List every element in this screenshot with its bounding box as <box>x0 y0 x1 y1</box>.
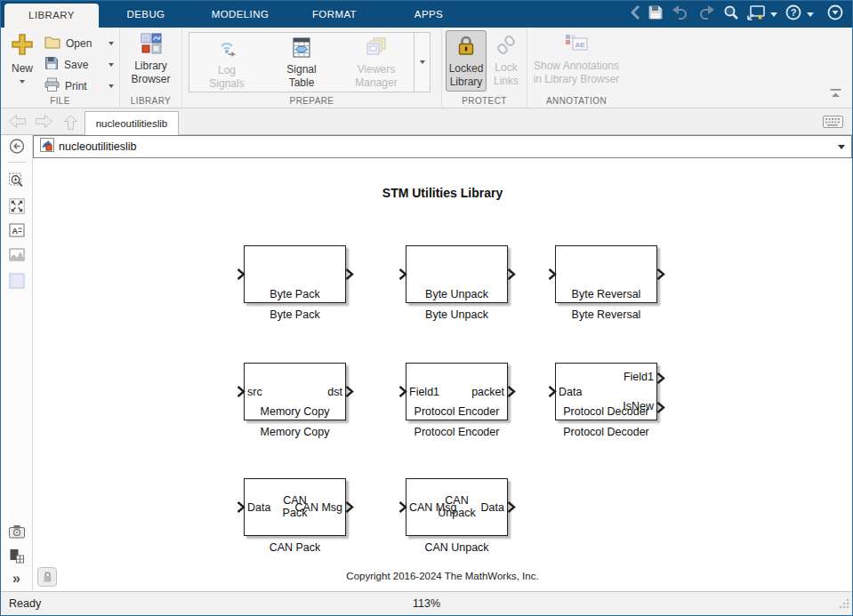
input-port-icon <box>237 268 245 280</box>
block-protocol-encoder[interactable]: Field1 packet Protocol Encoder Protocol … <box>406 363 508 420</box>
tab-apps[interactable]: APPS <box>382 1 476 28</box>
log-signals-button: Log Signals <box>189 33 264 92</box>
quick-access-toolbar: ? <box>631 1 843 28</box>
camera-icon[interactable] <box>8 524 25 542</box>
screenshot-dropdown-caret[interactable] <box>770 12 777 17</box>
output-port-icon <box>507 501 516 513</box>
output-port-label: Field1 <box>624 371 654 383</box>
zoom-region-icon[interactable] <box>8 172 25 193</box>
library-canvas[interactable]: STM Utilities Library Byte Pack Byte Pac… <box>33 158 852 592</box>
address-path: nucleoutilitieslib <box>59 140 137 153</box>
back-arrow-icon[interactable] <box>8 114 27 132</box>
svg-text:AE: AE <box>575 41 585 49</box>
block-byte-reversal[interactable]: Byte Reversal Byte Reversal <box>555 245 657 303</box>
redo-icon[interactable] <box>697 5 715 23</box>
area-icon[interactable] <box>9 273 25 292</box>
input-port-icon <box>398 386 407 397</box>
annotation-icon[interactable]: A <box>9 223 25 241</box>
output-port-icon <box>345 268 354 280</box>
save-dropdown-caret[interactable] <box>109 63 114 67</box>
fit-to-view-icon[interactable] <box>9 198 25 218</box>
block-center-label: CAN Pack <box>245 494 345 519</box>
block-caption: Byte Reversal <box>529 308 683 321</box>
tab-modeling[interactable]: MODELING <box>193 1 287 28</box>
image-icon[interactable] <box>9 248 25 265</box>
document-tab-label: nucleoutilitieslib <box>96 118 168 129</box>
viewers-manager-icon <box>366 37 387 60</box>
prepare-section-label: PREPARE <box>182 96 441 106</box>
undo-icon[interactable] <box>672 5 689 23</box>
library-browser-button[interactable]: Library Browser <box>120 28 181 86</box>
tab-format[interactable]: FORMAT <box>287 1 382 28</box>
open-button[interactable]: Open <box>42 33 117 54</box>
signal-table-button[interactable]: Signal Table <box>264 33 339 92</box>
status-bar: Ready 113% <box>1 591 852 615</box>
simulink-library-window: LIBRARY DEBUG MODELING FORMAT APPS <box>0 0 853 616</box>
screenshot-export-icon[interactable] <box>747 5 765 24</box>
resize-grip-icon[interactable] <box>838 597 850 613</box>
ribbon-section-prepare: Log Signals Signal Table <box>182 28 442 108</box>
ribbon-spacer <box>625 28 852 108</box>
help-dropdown-caret[interactable] <box>807 12 814 17</box>
block-byte-pack[interactable]: Byte Pack Byte Pack <box>244 245 346 303</box>
print-dropdown-caret[interactable] <box>109 84 114 88</box>
library-section-label: LIBRARY <box>120 96 181 106</box>
signal-table-icon <box>293 37 310 60</box>
collapse-chevron-icon[interactable] <box>631 5 640 23</box>
toolbar-separator <box>8 162 26 163</box>
save-icon[interactable] <box>648 4 664 24</box>
library-browser-label: Library Browser <box>125 60 178 86</box>
up-arrow-icon[interactable] <box>63 114 78 134</box>
tab-library[interactable]: LIBRARY <box>4 4 99 28</box>
block-can-unpack[interactable]: CAN Msg Data CAN Unpack CAN Unpack <box>406 478 508 536</box>
output-port-icon <box>507 268 516 280</box>
signal-table-label: Signal Table <box>279 63 324 90</box>
ribbon-section-library: Library Browser LIBRARY <box>120 28 182 108</box>
document-tab[interactable]: nucleoutilitieslib <box>84 111 179 135</box>
print-button[interactable]: Print <box>42 76 117 97</box>
tab-debug[interactable]: DEBUG <box>99 1 193 28</box>
block-byte-unpack[interactable]: Byte Unpack Byte Unpack <box>406 245 508 303</box>
input-port-label: Field1 <box>409 386 439 398</box>
block-caption: Byte Unpack <box>380 308 534 321</box>
annotations-icon: AE <box>565 34 588 56</box>
log-signals-label: Log Signals <box>202 64 252 91</box>
open-dropdown-caret[interactable] <box>109 42 114 45</box>
block-protocol-decoder[interactable]: Data Field1 IsNew Protocol Decoder Proto… <box>555 363 657 420</box>
expand-chevrons-icon[interactable]: » <box>12 571 20 587</box>
lock-icon <box>43 571 52 583</box>
input-port-icon <box>237 386 245 397</box>
block-memory-copy[interactable]: src dst Memory Copy Memory Copy <box>244 363 346 420</box>
output-port-icon <box>656 372 665 384</box>
library-browser-icon <box>141 33 162 56</box>
block-center-label: CAN Unpack <box>406 494 507 519</box>
prepare-gallery-dropdown[interactable] <box>414 33 430 92</box>
output-port-icon <box>345 501 354 513</box>
input-port-icon <box>548 268 557 280</box>
annotation-section-label: ANNOTATION <box>527 96 625 106</box>
help-icon[interactable]: ? <box>785 4 801 24</box>
keyboard-icon[interactable] <box>823 116 843 132</box>
ribbon-collapse-icon[interactable] <box>830 86 841 102</box>
more-circle-icon[interactable] <box>827 4 843 24</box>
block-inner-label: Byte Unpack <box>403 288 511 300</box>
prepare-button-group: Log Signals Signal Table <box>189 32 431 92</box>
library-title: STM Utilities Library <box>33 186 852 200</box>
explorer-back-icon[interactable] <box>9 139 24 157</box>
new-dropdown-caret[interactable] <box>20 80 25 84</box>
block-inner-label: Memory Copy <box>241 405 349 418</box>
overlay-icon[interactable] <box>9 548 24 567</box>
ribbon-section-annotation: AE Show Annotations in Library Browser A… <box>527 28 625 108</box>
forward-arrow-icon[interactable] <box>35 114 53 132</box>
input-port-label: src <box>247 386 262 398</box>
save-button[interactable]: Save <box>42 54 117 76</box>
input-port-icon <box>548 386 557 397</box>
open-folder-icon <box>44 36 60 52</box>
search-icon[interactable] <box>723 4 739 24</box>
address-bar[interactable]: nucleoutilitieslib <box>33 135 852 158</box>
address-dropdown-caret[interactable] <box>838 145 845 149</box>
svg-text:?: ? <box>791 7 797 18</box>
block-can-pack[interactable]: Data CAN Msg CAN Pack CAN Pack <box>244 478 346 536</box>
locked-library-button[interactable]: Locked Library <box>446 30 487 92</box>
file-section-label: FILE <box>1 96 119 106</box>
